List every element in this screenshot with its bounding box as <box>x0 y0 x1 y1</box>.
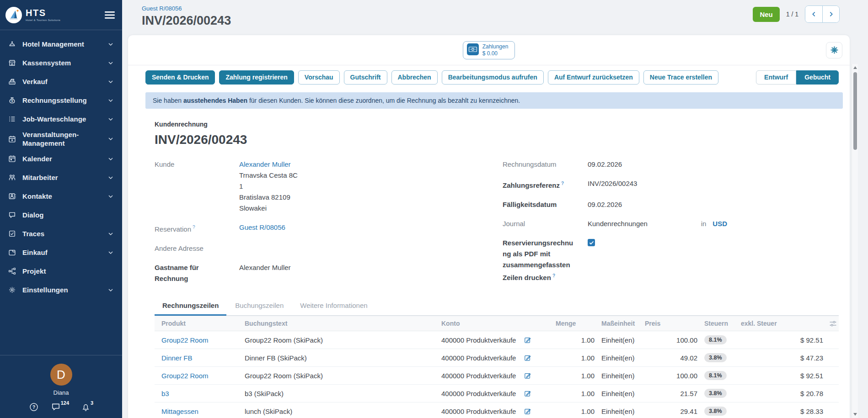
help-icon[interactable]: ? <box>193 225 195 230</box>
rechnungsdatum-value[interactable]: 09.02.2026 <box>588 159 622 170</box>
product-link[interactable]: Dinner FB <box>161 354 193 362</box>
settings-gear-button[interactable] <box>826 42 842 58</box>
edit-icon[interactable] <box>524 407 531 415</box>
sidebar-item-einkauf[interactable]: Einkauf <box>0 243 122 262</box>
col-preis[interactable]: Preis <box>645 316 697 331</box>
col-exkl-steuer[interactable]: exkl. Steuer <box>741 316 823 331</box>
sidebar-item-projekt[interactable]: Projekt <box>0 262 122 280</box>
sidebar-item-rechnungsstellung[interactable]: $ Rechnungsstellung <box>0 91 122 110</box>
scrollbar-thumb[interactable] <box>853 72 857 150</box>
notifications-badge: 3 <box>91 400 93 409</box>
col-menge[interactable]: Menge <box>556 316 595 331</box>
kunde-street: Trnavska Cesta 8C <box>239 170 298 181</box>
chevron-down-icon <box>108 118 113 121</box>
kunde-link[interactable]: Alexander Muller <box>239 160 291 168</box>
gastname-value[interactable]: Alexander Muller <box>239 262 291 284</box>
uom-value: Einheit(en) <box>595 349 645 367</box>
table-row[interactable]: Dinner FB Dinner FB (SkiPack) 400000 Pro… <box>155 349 839 367</box>
field-gastname: Gastname für Rechnung Alexander Muller <box>155 262 503 284</box>
product-link[interactable]: b3 <box>161 390 169 397</box>
product-link[interactable]: Group22 Room <box>161 372 209 380</box>
cancel-button[interactable]: Abbrechen <box>391 70 438 85</box>
reservation-link[interactable]: Guest R/08056 <box>239 223 285 231</box>
pdf-option-checkbox[interactable] <box>588 239 595 246</box>
sidebar-item-einstellungen[interactable]: Einstellungen <box>0 280 122 299</box>
sidebar-footer: D Diana ? 124 3 <box>0 355 122 418</box>
chevron-down-icon <box>108 195 113 198</box>
scroll-up-arrow[interactable] <box>853 66 857 69</box>
edit-icon[interactable] <box>524 336 531 344</box>
chevron-down-icon <box>108 99 113 102</box>
hamburger-menu-icon[interactable] <box>103 10 117 21</box>
pager-prev-button[interactable] <box>805 6 822 22</box>
help-icon[interactable]: ? <box>552 273 555 278</box>
credit-note-button[interactable]: Gutschrift <box>344 70 387 85</box>
pager-next-button[interactable] <box>822 6 839 22</box>
product-link[interactable]: Group22 Room <box>161 336 209 344</box>
table-row[interactable]: Group22 Room Group22 Room (SkiPack) 4000… <box>155 331 839 349</box>
document-type-label: Kundenrechnung <box>155 121 839 128</box>
edit-mode-button[interactable]: Bearbeitungsmodus aufrufen <box>442 70 544 85</box>
tax-badge: 8.1% <box>704 371 727 380</box>
messages-icon[interactable]: 124 <box>51 402 69 411</box>
register-payment-button[interactable]: Zahlung registrieren <box>219 70 294 85</box>
sidebar-item-job-warteschlange[interactable]: Job-Warteschlange <box>0 110 122 128</box>
sidebar-item-mitarbeiter[interactable]: Mitarbeiter <box>0 168 122 187</box>
qty-value: 1.00 <box>556 402 595 418</box>
faelligkeitsdatum-value[interactable]: 09.02.2026 <box>588 199 622 210</box>
optional-columns-icon[interactable] <box>823 320 839 327</box>
page-title: INV/2026/00243 <box>142 14 231 28</box>
sidebar-item-veranstaltungen-management[interactable]: Veranstaltungen-Management <box>0 128 122 149</box>
tab-weitere-informationen[interactable]: Weitere Informationen <box>292 302 375 316</box>
breadcrumb-guest-link[interactable]: Guest R/08056 <box>142 5 182 12</box>
edit-icon[interactable] <box>524 390 531 397</box>
notebook-tabs: Rechnungszeilen Buchungszeilen Weitere I… <box>155 302 839 316</box>
status-draft-button[interactable]: Entwurf <box>756 70 796 85</box>
edit-icon[interactable] <box>524 354 531 361</box>
send-print-button[interactable]: Senden & Drucken <box>145 70 215 85</box>
vertical-scrollbar[interactable] <box>852 64 858 418</box>
table-row[interactable]: Mittagessen lunch (SkiPack) 400000 Produ… <box>155 402 839 418</box>
col-masseinheit[interactable]: Maßeinheit <box>595 316 645 331</box>
sidebar-item-hotel-management[interactable]: Hotel Management <box>0 35 122 53</box>
zahlungsreferenz-value[interactable]: INV/2026/00243 <box>588 178 637 191</box>
col-konto[interactable]: Konto <box>441 316 556 331</box>
col-steuern[interactable]: Steuern <box>697 316 741 331</box>
breadcrumb-block: Guest R/08056 INV/2026/00243 <box>142 4 231 28</box>
money-icon <box>467 43 479 57</box>
notifications-bell-icon[interactable]: 3 <box>81 402 93 412</box>
currency-link[interactable]: USD <box>713 218 727 229</box>
new-trace-button[interactable]: Neue Trace erstellen <box>643 70 718 85</box>
tab-buchungszeilen[interactable]: Buchungszeilen <box>227 302 291 316</box>
col-buchungstext[interactable]: Buchungstext <box>245 316 441 331</box>
col-produkt[interactable]: Produkt <box>155 316 245 331</box>
table-row[interactable]: b3 b3 (SkiPack) 400000 Produktverkäufe 1… <box>155 385 839 402</box>
price-value: 100.00 <box>645 331 697 349</box>
sidebar-item-traces[interactable]: Traces <box>0 224 122 243</box>
payments-stat-button[interactable]: Zahlungen $ 0.00 <box>463 41 515 59</box>
reset-to-draft-button[interactable]: Auf Entwurf zurücksetzen <box>548 70 639 85</box>
tab-rechnungszeilen[interactable]: Rechnungszeilen <box>155 302 226 316</box>
sidebar-item-dialog[interactable]: Dialog <box>0 206 122 224</box>
new-button[interactable]: Neu <box>753 7 779 22</box>
preview-button[interactable]: Vorschau <box>298 70 340 85</box>
tax-badge: 3.8% <box>704 389 727 398</box>
outstanding-credit-banner: Sie haben ausstehendes Haben für diesen … <box>145 92 843 109</box>
journal-value[interactable]: Kundenrechnungen <box>588 218 648 229</box>
sidebar-item-verkauf[interactable]: Verkauf <box>0 72 122 91</box>
product-link[interactable]: Mittagessen <box>161 407 198 415</box>
help-icon[interactable]: ? <box>561 181 564 186</box>
sidebar-item-kontakte[interactable]: Kontakte <box>0 187 122 206</box>
table-row[interactable]: Group22 Room Group22 Room (SkiPack) 4000… <box>155 367 839 385</box>
user-avatar[interactable]: D <box>50 364 72 386</box>
chevron-down-icon <box>108 233 113 235</box>
status-posted-button[interactable]: Gebucht <box>796 70 839 85</box>
qty-value: 1.00 <box>556 367 595 385</box>
zahlungsreferenz-label: Zahlungsreferenz? <box>503 178 588 191</box>
scroll-down-arrow[interactable] <box>853 413 857 416</box>
topbar: Guest R/08056 INV/2026/00243 Neu 1 / 1 <box>122 0 868 35</box>
sidebar-item-kalender[interactable]: Kalender <box>0 149 122 168</box>
edit-icon[interactable] <box>524 372 531 379</box>
help-icon[interactable]: ? <box>29 402 38 412</box>
sidebar-item-kassensystem[interactable]: Kassensystem <box>0 53 122 72</box>
